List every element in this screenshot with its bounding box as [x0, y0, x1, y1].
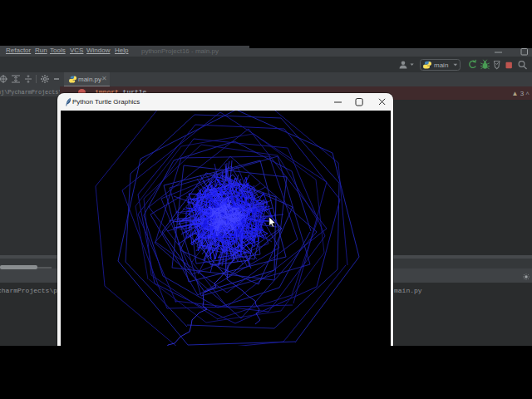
svg-text:main: main [434, 62, 448, 69]
